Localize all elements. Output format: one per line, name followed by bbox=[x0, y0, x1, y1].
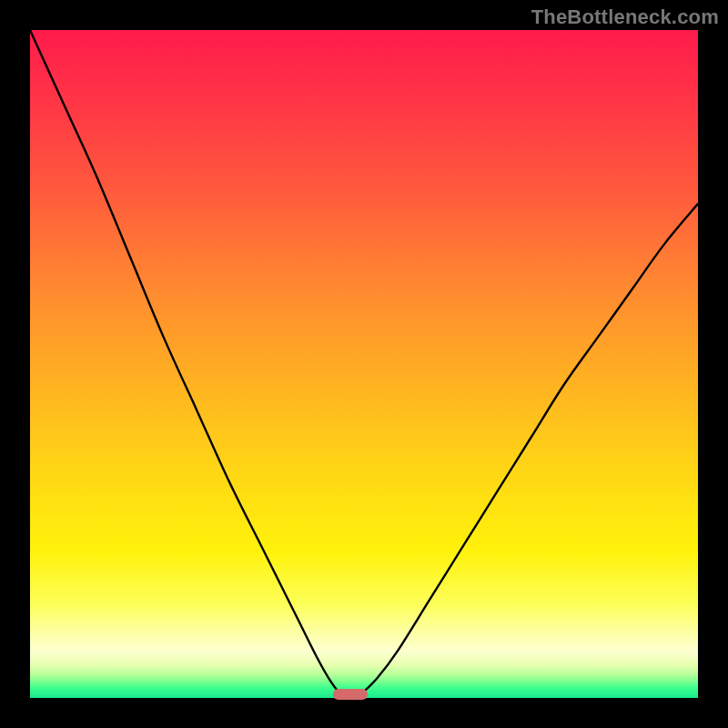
curve-right-branch bbox=[360, 204, 698, 694]
minimum-marker bbox=[333, 689, 368, 700]
chart-frame: TheBottleneck.com bbox=[0, 0, 728, 728]
bottleneck-curve bbox=[30, 30, 698, 698]
watermark-text: TheBottleneck.com bbox=[531, 5, 719, 29]
curve-left-branch bbox=[30, 30, 340, 694]
plot-area bbox=[30, 30, 698, 698]
